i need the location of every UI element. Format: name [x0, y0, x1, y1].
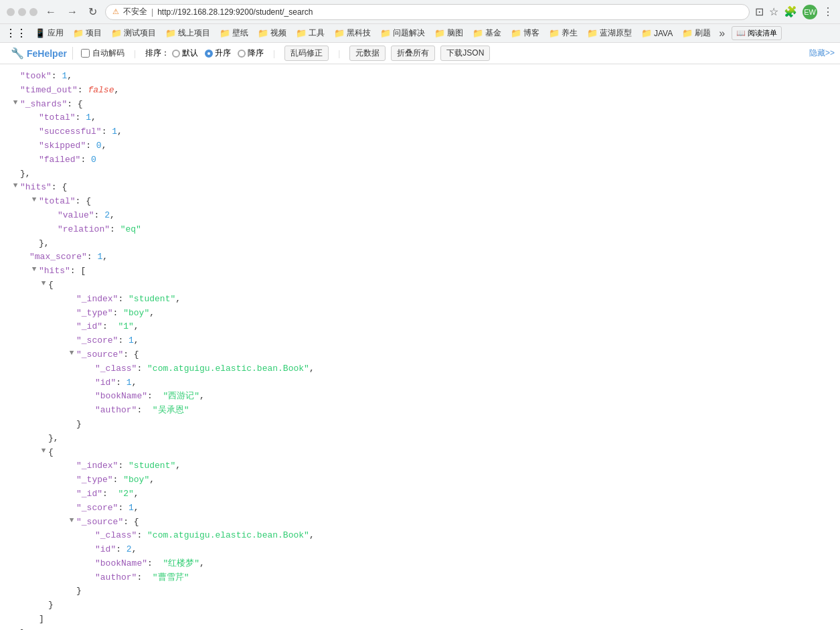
hits-inner-collapse-arrow[interactable] — [29, 264, 39, 274]
extensions-button[interactable]: 🧩 — [784, 5, 797, 18]
hit1-collapse-arrow[interactable] — [39, 279, 48, 288]
bookmark-label: 应用 — [48, 27, 64, 39]
fix-encoding-button[interactable]: 乱码修正 — [284, 46, 329, 61]
auto-decode-checkbox[interactable] — [81, 49, 90, 58]
bookmark-tools[interactable]: 📁 工具 — [292, 26, 329, 40]
json-line-hits-inner: "hits": [ — [11, 264, 829, 279]
bookmark-online[interactable]: 📁 线上项目 — [161, 26, 214, 40]
sort-desc-option[interactable]: 降序 — [238, 48, 264, 59]
hit2-collapse-arrow[interactable] — [39, 446, 48, 455]
hits-outer-collapse-arrow[interactable] — [11, 181, 20, 190]
raw-data-button[interactable]: 元数据 — [349, 46, 386, 61]
bookmark-health[interactable]: 📁 养生 — [545, 26, 582, 40]
bookmark-icon: 📁 — [296, 28, 307, 38]
bookmark-project[interactable]: 📁 项目 — [69, 26, 106, 40]
bookmark-label: 视频 — [270, 27, 286, 39]
bookmark-java[interactable]: 📁 JAVA — [637, 27, 677, 40]
bookmark-problems[interactable]: 📁 问题解决 — [376, 26, 429, 40]
bookmark-icon: 📁 — [380, 28, 391, 38]
hit2-source-id-key: "id" — [95, 543, 116, 557]
hit1-id-key: "_id" — [76, 320, 102, 334]
shards-skipped-value: 0 — [96, 139, 102, 153]
browser-chrome: ← → ↻ ⚠ 不安全 | http://192.168.28.129:9200… — [0, 0, 840, 24]
sort-desc-radio[interactable] — [238, 50, 246, 58]
hit2-score-key: "_score" — [76, 501, 118, 516]
json-line-hit2-author: "author": "曹雪芹" — [11, 571, 829, 585]
json-line-hit2-id: "_id": "2", — [11, 487, 829, 501]
sort-default-option[interactable]: 默认 — [172, 48, 198, 59]
bookmark-label: 基金 — [485, 27, 501, 39]
back-button[interactable]: ← — [43, 5, 59, 19]
bookmark-fund[interactable]: 📁 基金 — [469, 26, 505, 40]
hit1-source-id-key: "id" — [95, 376, 116, 390]
bookmark-icon: 📁 — [511, 28, 521, 38]
hit1-score-key: "_score" — [76, 334, 118, 348]
shards-collapse-arrow[interactable] — [11, 98, 20, 107]
divider-3: | — [338, 49, 340, 58]
fehelper-logo: 🔧 FeHelper — [5, 47, 73, 60]
shards-successful-key: "successful" — [39, 125, 102, 139]
apps-icon[interactable]: ⋮⋮ — [5, 27, 27, 40]
bookmark-lanhoo[interactable]: 📁 蓝湖原型 — [583, 26, 636, 40]
json-line-hits-inner-close: ] — [11, 613, 829, 627]
json-line-hit2-close: } — [11, 599, 829, 613]
address-bar[interactable]: ⚠ 不安全 | http://192.168.28.129:9200/stude… — [105, 4, 750, 20]
bookmark-icon: 📁 — [73, 28, 84, 38]
bookmark-blog[interactable]: 📁 博客 — [507, 26, 543, 40]
bookmark-label: 线上项目 — [178, 27, 210, 39]
bookmark-icon: 📱 — [35, 28, 46, 38]
json-line-hit1-index: "_index": "student", — [11, 293, 829, 307]
json-line-hit1-score: "_score": 1, — [11, 334, 829, 348]
bookmark-more-button[interactable]: » — [716, 27, 728, 40]
bookmark-star-button[interactable]: ☆ — [769, 5, 778, 18]
bookmark-leetcode[interactable]: 📁 刷题 — [678, 26, 715, 40]
bookmark-label: 壁纸 — [232, 27, 248, 39]
total-collapse-arrow[interactable] — [29, 195, 39, 204]
total-relation-value: "eq" — [120, 223, 141, 237]
hits-inner-key: "hits" — [39, 264, 70, 279]
menu-button[interactable]: ⋮ — [823, 5, 833, 18]
sort-asc-label: 升序 — [215, 48, 231, 59]
fold-all-button[interactable]: 折叠所有 — [391, 46, 435, 61]
hit2-type-value: "boy" — [123, 473, 149, 487]
reload-button[interactable]: ↻ — [86, 4, 100, 19]
hit2-class-key: "_class" — [95, 529, 137, 543]
hit2-source-collapse-arrow[interactable] — [67, 516, 76, 525]
json-line-hit2-index: "_index": "student", — [11, 459, 829, 473]
json-line-hit2-bookname: "bookName": "红楼梦", — [11, 557, 829, 571]
maxscore-value: 1 — [97, 250, 102, 264]
bookmark-label: 刷题 — [695, 27, 711, 39]
bookmark-label: 工具 — [309, 27, 325, 39]
reader-list-button[interactable]: 📖 阅读清单 — [732, 26, 782, 40]
hide-panel-button[interactable]: 隐藏>> — [809, 48, 835, 59]
bookmark-mindmap[interactable]: 📁 脑图 — [430, 26, 467, 40]
hit1-source-collapse-arrow[interactable] — [67, 348, 76, 358]
json-line-hit1-source-open: "_source": { — [11, 348, 829, 362]
bookmark-icon: 📁 — [258, 28, 268, 38]
json-line-hits-outer: "hits": { — [11, 181, 829, 195]
json-line-shards-skipped: "skipped": 0, — [11, 139, 829, 153]
bookmark-apps[interactable]: 📱 应用 — [31, 26, 68, 40]
sort-default-radio[interactable] — [172, 50, 180, 58]
url-text: http://192.168.28.129:9200/student/_sear… — [157, 7, 313, 17]
download-json-button[interactable]: 下载JSON — [440, 46, 490, 61]
bookmark-video[interactable]: 📁 视频 — [254, 26, 290, 40]
forward-button[interactable]: → — [64, 5, 80, 19]
bookmarks-bar: ⋮⋮ 📱 应用 📁 项目 📁 测试项目 📁 线上项目 📁 壁纸 📁 视频 📁 工… — [0, 24, 840, 43]
bookmark-wallpaper[interactable]: 📁 壁纸 — [216, 26, 252, 40]
json-line-hit2-type: "_type": "boy", — [11, 473, 829, 487]
bookmark-test[interactable]: 📁 测试项目 — [107, 26, 160, 40]
bookmark-icon: 📁 — [549, 28, 560, 38]
bookmark-label: 博客 — [523, 27, 539, 39]
json-line-hit1-close: }, — [11, 432, 829, 446]
translate-button[interactable]: ⊡ — [755, 5, 764, 18]
sort-asc-radio[interactable] — [205, 50, 213, 58]
hit2-author-key: "author" — [95, 571, 137, 585]
bookmark-hitech[interactable]: 📁 黑科技 — [330, 26, 375, 40]
browser-action-buttons: ⊡ ☆ 🧩 EW ⋮ — [755, 5, 833, 19]
shards-skipped-key: "skipped" — [39, 139, 86, 153]
sort-asc-option[interactable]: 升序 — [205, 48, 231, 59]
divider-1: | — [134, 49, 136, 58]
profile-button[interactable]: EW — [803, 5, 817, 19]
json-line-shards-failed: "failed": 0 — [11, 153, 829, 167]
